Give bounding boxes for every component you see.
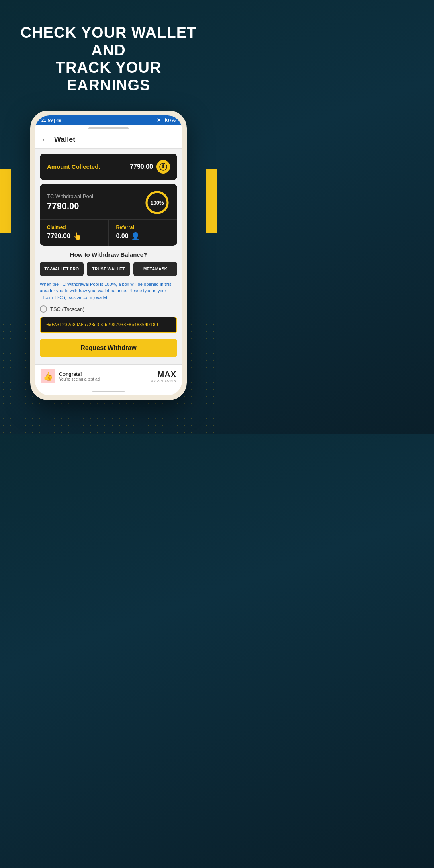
battery-indicator: 37% <box>157 118 176 123</box>
claimed-value: 7790.00 👆 <box>47 232 101 241</box>
circle-progress: 100% <box>144 190 170 215</box>
status-bar: 21:59 | 49 37% <box>35 115 182 125</box>
referral-label: Referral <box>116 225 170 230</box>
ad-thumb: 👍 <box>41 369 55 383</box>
svg-point-1 <box>162 164 164 166</box>
tsc-radio-row: TSC (Tscscan) <box>40 305 177 313</box>
ad-sub: You're seeing a test ad. <box>59 377 101 381</box>
wallet-address-input[interactable]: 0xFA3f237e89AFa723d3e2b2907933F8b48354D1… <box>40 317 177 333</box>
phone-frame: 21:59 | 49 37% ← Wallet <box>30 111 187 401</box>
info-text: When the TC Withdrawal Pool is 100%, a b… <box>40 281 177 301</box>
pool-card: TC Withdrawal Pool 7790.00 100% <box>40 184 177 246</box>
ad-left: 👍 Congrats! You're seeing a test ad. <box>41 369 101 383</box>
request-withdraw-button[interactable]: Request Withdraw <box>40 339 177 357</box>
amount-number: 7790.00 <box>130 163 153 170</box>
notch-area <box>35 125 182 131</box>
battery-percent: 37% <box>167 118 176 123</box>
how-to-title: How to Withdraw Balance? <box>40 251 177 258</box>
max-logo: MAX BY APPLOVIN <box>151 370 176 383</box>
home-bar <box>35 387 182 395</box>
claimed-stat: Claimed 7790.00 👆 <box>40 220 108 246</box>
app-content: Amount Collected: 7790.00 <box>35 149 182 365</box>
ad-text-block: Congrats! You're seeing a test ad. <box>59 371 101 381</box>
wallet-buttons-row: TC-WALLET PRO TRUST WALLET METAMASK <box>40 262 177 276</box>
add-user-icon: 👤 <box>131 232 140 241</box>
coin-icon <box>156 160 170 174</box>
pool-top: TC Withdrawal Pool 7790.00 100% <box>40 184 177 219</box>
tc-wallet-button[interactable]: TC-WALLET PRO <box>40 262 84 276</box>
phone-mockup: 21:59 | 49 37% ← Wallet <box>0 111 217 401</box>
tsc-label: TSC (Tscscan) <box>50 306 84 312</box>
home-indicator <box>92 391 125 392</box>
trust-wallet-button[interactable]: TRUST WALLET <box>87 262 131 276</box>
battery-icon <box>157 118 166 122</box>
phone-screen: 21:59 | 49 37% ← Wallet <box>35 115 182 396</box>
notch-pill <box>88 127 129 129</box>
by-label: BY APPLOVIN <box>151 379 176 383</box>
hero-title: CHECK YOUR WALLET AND TRACK YOUR EARNING… <box>0 0 217 111</box>
tsc-radio[interactable] <box>40 305 47 313</box>
ad-banner: 👍 Congrats! You're seeing a test ad. MAX… <box>35 364 182 387</box>
pool-amount: 7790.00 <box>47 201 93 211</box>
app-header: ← Wallet <box>35 131 182 149</box>
hand-icon: 👆 <box>73 232 82 241</box>
max-label: MAX <box>151 370 176 379</box>
amount-label: Amount Collected: <box>47 163 100 170</box>
pool-label: TC Withdrawal Pool <box>47 193 93 199</box>
referral-stat: Referral 0.00 👤 <box>108 220 178 246</box>
percent-text: 100% <box>150 199 164 205</box>
claimed-label: Claimed <box>47 225 101 230</box>
status-time: 21:59 | 49 <box>41 118 61 123</box>
amount-collected-card: Amount Collected: 7790.00 <box>40 154 177 180</box>
back-button[interactable]: ← <box>41 135 49 144</box>
metamask-button[interactable]: METAMASK <box>133 262 177 276</box>
referral-value: 0.00 👤 <box>116 232 170 241</box>
page-title: Wallet <box>54 135 75 144</box>
pool-bottom: Claimed 7790.00 👆 Referral <box>40 219 177 246</box>
amount-value: 7790.00 <box>130 160 170 174</box>
ad-congrats: Congrats! <box>59 371 101 377</box>
